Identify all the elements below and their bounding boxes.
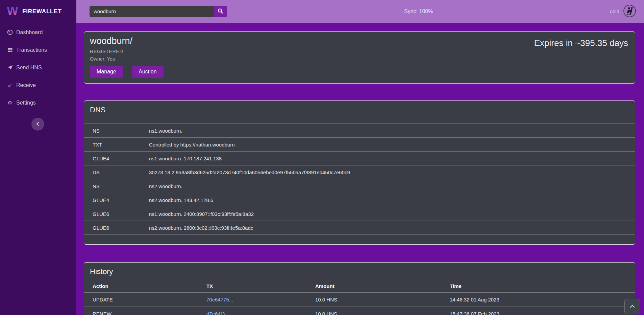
- dns-record-value: ns2.woodburn. 2600:3c02::f03c:93ff:fe5a:…: [141, 221, 635, 235]
- dns-record-row: NS ns2.woodburn.: [84, 179, 635, 193]
- caret-up-icon: [629, 303, 636, 310]
- history-amount: 10.0 HNS: [307, 292, 441, 307]
- transactions-icon: [7, 47, 13, 52]
- sidebar-item-label: Dashboard: [16, 29, 43, 36]
- dns-record-value: ns1.woodburn.: [141, 124, 635, 138]
- sidebar-item-settings[interactable]: ⚙ Settings: [0, 98, 76, 107]
- gear-icon: ⚙: [7, 100, 13, 106]
- dns-record-type: DS: [84, 165, 141, 179]
- search-button[interactable]: [214, 6, 227, 17]
- history-panel: History Action TX Amount Time UPDATE 70e…: [84, 262, 635, 315]
- domain-owner: Owner: You: [90, 56, 171, 62]
- send-icon: [7, 65, 13, 70]
- sidebar-item-transactions[interactable]: Transactions: [0, 45, 76, 54]
- svg-text:W: W: [7, 4, 18, 17]
- domain-card-left: woodburn/ REGISTERED Owner: You Manage A…: [90, 36, 171, 83]
- dns-record-row: GLUE6 ns2.woodburn. 2600:3c02::f03c:93ff…: [84, 221, 635, 235]
- dns-record-row: NS ns1.woodburn.: [84, 124, 635, 138]
- sync-status: Sync: 100%: [227, 8, 610, 15]
- tx-link[interactable]: 70e64775...: [206, 297, 233, 302]
- domain-card: woodburn/ REGISTERED Owner: You Manage A…: [84, 31, 635, 84]
- history-col-tx: TX: [198, 280, 307, 292]
- receive-icon: ↙: [7, 82, 13, 88]
- manage-button[interactable]: Manage: [90, 66, 123, 78]
- search-icon: [218, 8, 223, 15]
- dns-record-row: TXT Controlled by https://nathan.woodbur…: [84, 138, 635, 152]
- sidebar-item-dashboard[interactable]: Dashboard: [0, 28, 76, 37]
- sidebar-item-label: Send HNS: [16, 65, 42, 71]
- dns-record-value: ns2.woodburn.: [141, 179, 635, 193]
- topbar: Sync: 100% cold: [76, 0, 644, 23]
- domain-expiry: Expires in ~395.35 days: [534, 36, 628, 83]
- history-col-action: Action: [84, 280, 198, 292]
- history-action: RENEW: [84, 307, 198, 315]
- dns-record-value: ns1.woodburn. 170.187.241.138: [141, 152, 635, 165]
- wallet-name: cold: [610, 8, 619, 14]
- dns-record-type: GLUE4: [84, 152, 141, 165]
- dns-record-type: GLUE4: [84, 193, 141, 207]
- history-panel-title: History: [90, 267, 635, 276]
- sidebar-collapse-button[interactable]: [31, 118, 44, 131]
- dashboard-icon: [7, 29, 13, 35]
- dns-panel-title: DNS: [90, 106, 635, 114]
- dns-record-row: GLUE4 ns2.woodburn. 143.42.128.6: [84, 193, 635, 207]
- auction-button[interactable]: Auction: [132, 66, 163, 78]
- history-col-amount: Amount: [307, 280, 441, 292]
- sidebar-item-receive[interactable]: ↙ Receive: [0, 81, 76, 90]
- sidebar-item-send-hns[interactable]: Send HNS: [0, 63, 76, 72]
- history-time: 14:46:32 01 Aug 2023: [441, 292, 635, 307]
- history-row: RENEW d7e64f3... 10.0 HNS 15:47:36 07 Fe…: [84, 307, 635, 315]
- dns-record-value: 30273 13 2 9a3a8fb3d625d2a2073d740f10da6…: [141, 165, 635, 179]
- dns-record-type: NS: [84, 179, 141, 193]
- sidebar-item-label: Transactions: [16, 47, 47, 53]
- dns-record-value: Controlled by https://nathan.woodburn: [141, 138, 635, 152]
- history-header-row: Action TX Amount Time: [84, 280, 635, 292]
- history-action: UPDATE: [84, 292, 198, 307]
- app-title: FIREWALLET: [22, 8, 62, 15]
- domain-status: REGISTERED: [90, 49, 171, 54]
- dns-record-value: ns2.woodburn. 143.42.128.6: [141, 193, 635, 207]
- app-logo[interactable]: W FIREWALLET: [0, 0, 76, 23]
- search-bar: [90, 6, 227, 17]
- dns-record-type: GLUE6: [84, 221, 141, 235]
- dns-record-row: DS 30273 13 2 9a3a8fb3d625d2a2073d740f10…: [84, 165, 635, 179]
- firewallet-logo-icon: W: [6, 4, 19, 19]
- dns-table: NS ns1.woodburn. TXT Controlled by https…: [84, 123, 635, 235]
- dns-record-row: GLUE4 ns1.woodburn. 170.187.241.138: [84, 152, 635, 165]
- history-amount: 10.0 HNS: [307, 307, 441, 315]
- search-input[interactable]: [90, 6, 214, 17]
- wallet-switcher[interactable]: cold: [610, 4, 637, 19]
- history-table: Action TX Amount Time UPDATE 70e64775...…: [84, 280, 635, 315]
- dns-record-type: GLUE6: [84, 207, 141, 221]
- history-col-time: Time: [441, 280, 635, 292]
- chevron-left-icon: [35, 121, 41, 128]
- scroll-to-top-button[interactable]: [624, 299, 640, 314]
- sidebar-item-label: Receive: [16, 82, 36, 88]
- sidebar: W FIREWALLET Dashboard: [0, 0, 76, 315]
- domain-title: woodburn/: [90, 36, 171, 46]
- dns-record-type: NS: [84, 124, 141, 138]
- sidebar-item-label: Settings: [16, 100, 36, 106]
- dns-record-type: TXT: [84, 138, 141, 152]
- dns-panel: DNS NS ns1.woodburn. TXT Controlled by h…: [84, 100, 635, 245]
- history-time: 15:47:36 07 Feb 2023: [441, 307, 635, 315]
- dns-record-row: GLUE6 ns1.woodburn. 2400:8907::f03c:93ff…: [84, 207, 635, 221]
- tx-link[interactable]: d7e64f3...: [206, 311, 229, 315]
- handshake-logo-icon: [623, 4, 637, 19]
- dns-record-value: ns1.woodburn. 2400:8907::f03c:93ff:fe5a:…: [141, 207, 635, 221]
- history-row: UPDATE 70e64775... 10.0 HNS 14:46:32 01 …: [84, 292, 635, 307]
- sidebar-nav: Dashboard Transactions Send HNS: [0, 28, 76, 107]
- main-content: woodburn/ REGISTERED Owner: You Manage A…: [76, 23, 644, 315]
- domain-actions: Manage Auction: [90, 66, 171, 78]
